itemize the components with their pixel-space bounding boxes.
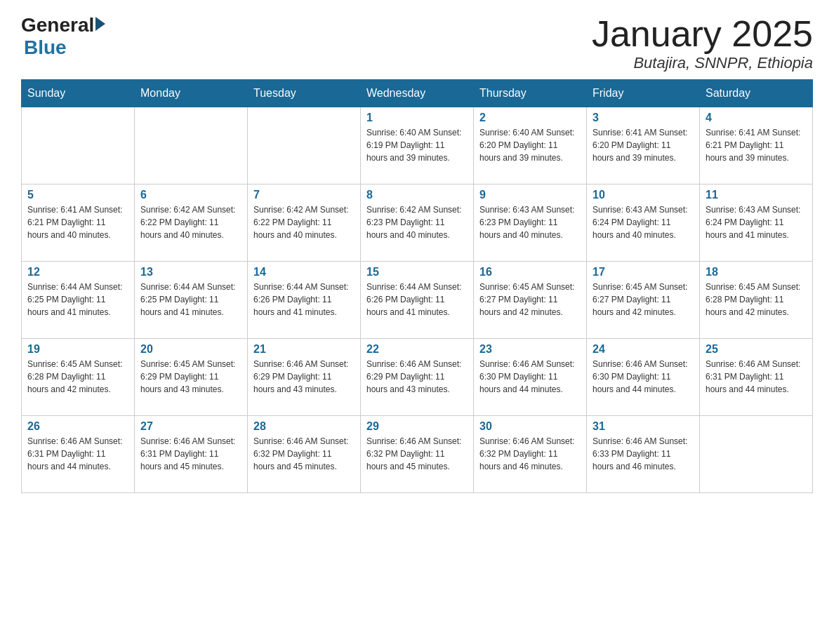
logo-arrow-icon	[95, 17, 105, 31]
calendar-cell: 1Sunrise: 6:40 AM Sunset: 6:19 PM Daylig…	[361, 107, 474, 185]
column-header-tuesday: Tuesday	[248, 80, 361, 107]
calendar-cell: 8Sunrise: 6:42 AM Sunset: 6:23 PM Daylig…	[361, 185, 474, 262]
column-header-monday: Monday	[135, 80, 248, 107]
day-number: 30	[479, 420, 581, 433]
month-year-title: January 2025	[592, 14, 813, 54]
day-number: 26	[27, 420, 128, 433]
calendar-cell: 10Sunrise: 6:43 AM Sunset: 6:24 PM Dayli…	[587, 185, 700, 262]
day-info: Sunrise: 6:46 AM Sunset: 6:30 PM Dayligh…	[593, 358, 694, 396]
calendar-cell: 19Sunrise: 6:45 AM Sunset: 6:28 PM Dayli…	[22, 339, 135, 416]
day-info: Sunrise: 6:45 AM Sunset: 6:28 PM Dayligh…	[706, 281, 807, 318]
calendar-week-row: 26Sunrise: 6:46 AM Sunset: 6:31 PM Dayli…	[22, 416, 813, 493]
calendar-cell: 16Sunrise: 6:45 AM Sunset: 6:27 PM Dayli…	[474, 262, 587, 339]
calendar-cell: 27Sunrise: 6:46 AM Sunset: 6:31 PM Dayli…	[135, 416, 248, 493]
calendar-week-row: 19Sunrise: 6:45 AM Sunset: 6:28 PM Dayli…	[22, 339, 813, 416]
calendar-cell: 15Sunrise: 6:44 AM Sunset: 6:26 PM Dayli…	[361, 262, 474, 339]
day-info: Sunrise: 6:41 AM Sunset: 6:21 PM Dayligh…	[27, 203, 128, 241]
day-number: 24	[593, 343, 694, 356]
calendar-cell: 3Sunrise: 6:41 AM Sunset: 6:20 PM Daylig…	[587, 107, 700, 185]
calendar-cell: 14Sunrise: 6:44 AM Sunset: 6:26 PM Dayli…	[248, 262, 361, 339]
day-info: Sunrise: 6:45 AM Sunset: 6:27 PM Dayligh…	[479, 281, 581, 318]
column-header-sunday: Sunday	[22, 80, 135, 107]
calendar-cell: 6Sunrise: 6:42 AM Sunset: 6:22 PM Daylig…	[135, 185, 248, 262]
calendar-cell: 25Sunrise: 6:46 AM Sunset: 6:31 PM Dayli…	[700, 339, 813, 416]
logo-general-text: General	[21, 14, 94, 36]
day-info: Sunrise: 6:46 AM Sunset: 6:29 PM Dayligh…	[366, 358, 468, 396]
calendar-header-row: SundayMondayTuesdayWednesdayThursdayFrid…	[22, 80, 813, 107]
logo-blue-text: Blue	[24, 36, 67, 59]
calendar-cell: 2Sunrise: 6:40 AM Sunset: 6:20 PM Daylig…	[474, 107, 587, 185]
calendar-cell	[248, 107, 361, 185]
day-number: 16	[479, 266, 581, 279]
calendar-cell: 21Sunrise: 6:46 AM Sunset: 6:29 PM Dayli…	[248, 339, 361, 416]
day-number: 20	[140, 343, 241, 356]
day-number: 28	[253, 420, 355, 433]
day-info: Sunrise: 6:46 AM Sunset: 6:32 PM Dayligh…	[253, 435, 355, 473]
day-info: Sunrise: 6:44 AM Sunset: 6:26 PM Dayligh…	[253, 281, 355, 318]
location-subtitle: Butajira, SNNPR, Ethiopia	[592, 54, 813, 72]
calendar-week-row: 12Sunrise: 6:44 AM Sunset: 6:25 PM Dayli…	[22, 262, 813, 339]
column-header-wednesday: Wednesday	[361, 80, 474, 107]
day-number: 1	[366, 112, 468, 124]
day-number: 12	[27, 266, 128, 279]
day-number: 23	[479, 343, 581, 356]
day-info: Sunrise: 6:41 AM Sunset: 6:20 PM Dayligh…	[593, 126, 694, 164]
day-number: 27	[140, 420, 241, 433]
day-number: 22	[366, 343, 468, 356]
day-info: Sunrise: 6:45 AM Sunset: 6:29 PM Dayligh…	[140, 358, 241, 396]
column-header-thursday: Thursday	[474, 80, 587, 107]
day-info: Sunrise: 6:42 AM Sunset: 6:23 PM Dayligh…	[366, 203, 468, 241]
day-info: Sunrise: 6:46 AM Sunset: 6:33 PM Dayligh…	[593, 435, 694, 473]
calendar-cell: 18Sunrise: 6:45 AM Sunset: 6:28 PM Dayli…	[700, 262, 813, 339]
column-header-friday: Friday	[587, 80, 700, 107]
calendar-cell: 23Sunrise: 6:46 AM Sunset: 6:30 PM Dayli…	[474, 339, 587, 416]
day-number: 29	[366, 420, 468, 433]
calendar-cell: 4Sunrise: 6:41 AM Sunset: 6:21 PM Daylig…	[700, 107, 813, 185]
day-number: 4	[706, 112, 807, 124]
day-info: Sunrise: 6:46 AM Sunset: 6:32 PM Dayligh…	[479, 435, 581, 473]
calendar-week-row: 5Sunrise: 6:41 AM Sunset: 6:21 PM Daylig…	[22, 185, 813, 262]
day-info: Sunrise: 6:40 AM Sunset: 6:20 PM Dayligh…	[479, 126, 581, 164]
day-info: Sunrise: 6:43 AM Sunset: 6:24 PM Dayligh…	[593, 203, 694, 241]
day-number: 21	[253, 343, 355, 356]
day-number: 8	[366, 189, 468, 201]
calendar-cell: 9Sunrise: 6:43 AM Sunset: 6:23 PM Daylig…	[474, 185, 587, 262]
calendar-week-row: 1Sunrise: 6:40 AM Sunset: 6:19 PM Daylig…	[22, 107, 813, 185]
column-header-saturday: Saturday	[700, 80, 813, 107]
calendar-cell: 31Sunrise: 6:46 AM Sunset: 6:33 PM Dayli…	[587, 416, 700, 493]
day-info: Sunrise: 6:41 AM Sunset: 6:21 PM Dayligh…	[706, 126, 807, 164]
day-info: Sunrise: 6:45 AM Sunset: 6:28 PM Dayligh…	[27, 358, 128, 396]
calendar-cell: 13Sunrise: 6:44 AM Sunset: 6:25 PM Dayli…	[135, 262, 248, 339]
day-number: 5	[27, 189, 128, 201]
calendar-cell: 30Sunrise: 6:46 AM Sunset: 6:32 PM Dayli…	[474, 416, 587, 493]
day-number: 31	[593, 420, 694, 433]
calendar-cell: 20Sunrise: 6:45 AM Sunset: 6:29 PM Dayli…	[135, 339, 248, 416]
day-number: 3	[593, 112, 694, 124]
day-number: 9	[479, 189, 581, 201]
calendar-cell: 22Sunrise: 6:46 AM Sunset: 6:29 PM Dayli…	[361, 339, 474, 416]
day-info: Sunrise: 6:42 AM Sunset: 6:22 PM Dayligh…	[253, 203, 355, 241]
day-info: Sunrise: 6:40 AM Sunset: 6:19 PM Dayligh…	[366, 126, 468, 164]
day-number: 15	[366, 266, 468, 279]
calendar-cell: 11Sunrise: 6:43 AM Sunset: 6:24 PM Dayli…	[700, 185, 813, 262]
title-block: January 2025 Butajira, SNNPR, Ethiopia	[592, 14, 813, 72]
calendar-cell	[22, 107, 135, 185]
day-number: 13	[140, 266, 241, 279]
day-number: 25	[706, 343, 807, 356]
day-number: 6	[140, 189, 241, 201]
day-info: Sunrise: 6:46 AM Sunset: 6:32 PM Dayligh…	[366, 435, 468, 473]
day-number: 17	[593, 266, 694, 279]
page-header: General Blue January 2025 Butajira, SNNP…	[21, 14, 813, 72]
calendar-cell: 5Sunrise: 6:41 AM Sunset: 6:21 PM Daylig…	[22, 185, 135, 262]
logo: General Blue	[21, 14, 105, 59]
day-number: 11	[706, 189, 807, 201]
day-number: 2	[479, 112, 581, 124]
day-info: Sunrise: 6:43 AM Sunset: 6:24 PM Dayligh…	[706, 203, 807, 241]
calendar-cell: 24Sunrise: 6:46 AM Sunset: 6:30 PM Dayli…	[587, 339, 700, 416]
day-info: Sunrise: 6:45 AM Sunset: 6:27 PM Dayligh…	[593, 281, 694, 318]
day-number: 19	[27, 343, 128, 356]
day-info: Sunrise: 6:46 AM Sunset: 6:30 PM Dayligh…	[479, 358, 581, 396]
calendar-cell	[135, 107, 248, 185]
day-info: Sunrise: 6:44 AM Sunset: 6:25 PM Dayligh…	[140, 281, 241, 318]
calendar-cell: 28Sunrise: 6:46 AM Sunset: 6:32 PM Dayli…	[248, 416, 361, 493]
